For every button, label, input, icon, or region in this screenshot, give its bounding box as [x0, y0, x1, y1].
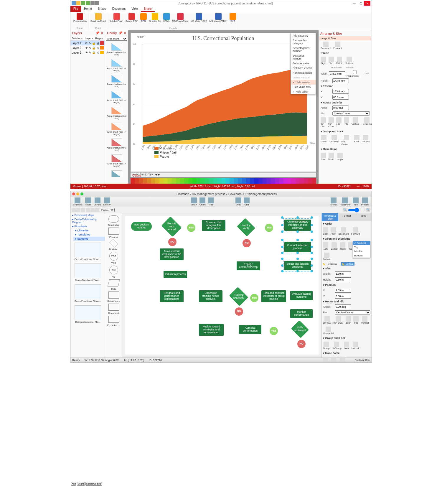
tab-view[interactable]: View [128, 6, 141, 12]
color-swatch[interactable] [242, 178, 246, 184]
qat-redo-icon[interactable] [86, 1, 90, 5]
flowchart-node[interactable]: New position required [131, 222, 152, 231]
menu-item-hide-value-axis[interactable]: Hide value axis [291, 85, 316, 89]
flowchart-node[interactable]: Review reward strategies and remuneratio… [199, 324, 224, 336]
order-backward-button[interactable]: Backward [321, 42, 331, 50]
smart-button[interactable]: Smart [191, 197, 197, 206]
makesame-width-button[interactable]: Width [328, 153, 334, 161]
color-swatch[interactable] [209, 178, 213, 184]
rotate-flip-button[interactable]: Flip [353, 316, 359, 324]
grid-button[interactable]: Grid [244, 197, 250, 206]
layer-row[interactable]: Layer 3👁✎🔒🖨 [70, 50, 105, 55]
presentation-button[interactable]: Presentation [73, 13, 87, 23]
width-input[interactable] [329, 71, 345, 76]
align-top-button[interactable]: Top [348, 242, 353, 250]
align-left-button[interactable]: Left [323, 242, 328, 250]
flowchart-node[interactable]: Select and appoint employee [284, 261, 311, 270]
library-item[interactable]: Area chart (text -> height) [105, 57, 128, 73]
flowchart-node[interactable]: YES [187, 224, 195, 232]
makesame-width-button[interactable]: Width [331, 357, 337, 363]
color-swatch[interactable] [275, 178, 279, 184]
ms-visio-(vsdx)-button[interactable]: MS Visio (VSDX) [209, 13, 228, 23]
color-swatch[interactable] [271, 178, 275, 184]
library-item[interactable]: Area chart (control dots) [105, 73, 128, 89]
color-swatch[interactable] [304, 178, 308, 184]
tab-share[interactable]: Share [141, 6, 155, 12]
color-swatch[interactable] [184, 178, 188, 184]
qat-save-icon[interactable] [76, 1, 80, 5]
color-swatch[interactable] [312, 178, 316, 184]
color-swatch[interactable] [221, 178, 225, 184]
flowchart-node[interactable]: Training required? [229, 287, 248, 306]
info-button[interactable]: Info [353, 197, 359, 206]
library-item[interactable]: Area chart (text -> height) [105, 89, 128, 105]
color-swatches[interactable] [131, 178, 316, 184]
flowchart-node[interactable]: Conduct selection process [284, 242, 311, 252]
tab-home[interactable]: Home [81, 6, 95, 12]
panel-tab-format[interactable]: Format [338, 213, 355, 221]
lock-proportions-checkbox[interactable] [347, 70, 363, 74]
layers-subtab-solutions[interactable]: Solutions [70, 36, 84, 40]
rotate-horizontal-button[interactable]: Horizontal [362, 117, 372, 128]
color-swatch[interactable] [287, 178, 291, 184]
flowchart-node[interactable]: Employ staff? [237, 218, 255, 236]
color-swatch[interactable] [254, 178, 258, 184]
shape-no[interactable]: NONO [105, 266, 122, 278]
pen-tool-icon[interactable] [95, 208, 99, 212]
layers-subtab-layers[interactable]: Layers [84, 36, 94, 40]
y-input[interactable] [332, 95, 349, 100]
graphic-file-button[interactable]: Graphic file [149, 13, 161, 23]
layers-button[interactable]: Layers [94, 197, 101, 206]
zoom-slider[interactable] [348, 208, 366, 213]
group-lock-button[interactable]: Lock [354, 135, 359, 146]
qat-search-icon[interactable] [95, 1, 99, 5]
eps-button[interactable]: EPS [140, 13, 147, 23]
color-swatch[interactable] [155, 178, 159, 184]
y-input[interactable] [335, 294, 351, 299]
color-swatch[interactable] [263, 178, 267, 184]
order-back-button[interactable]: Back [323, 227, 328, 235]
adobe-pdf-button[interactable]: Adobe PDF [125, 13, 138, 23]
rotate-vertical-button[interactable]: Vertical [352, 117, 359, 128]
dist-middle-button[interactable]: Middle [336, 57, 343, 65]
ms-visio-(vdx)-button[interactable]: MS Visio (VDX) [190, 13, 207, 23]
color-swatch[interactable] [279, 178, 283, 184]
pin-icon[interactable]: 📌 ✕ [95, 31, 103, 35]
flowchart-node[interactable]: NO [168, 238, 177, 246]
color-swatch[interactable] [159, 178, 164, 184]
shape-manual-op-[interactable]: Manual op ... [105, 291, 122, 302]
flowchart-node[interactable]: Advertise vacancy internally and/or exte… [284, 220, 311, 231]
send-via-email-button[interactable]: Send via Email [90, 13, 107, 23]
format-button[interactable]: Format [330, 197, 337, 206]
color-swatch[interactable] [192, 178, 197, 184]
group-unlock-button[interactable]: UnLock [362, 135, 370, 146]
qat-new-icon[interactable] [72, 1, 76, 5]
color-swatch[interactable] [283, 178, 287, 184]
library-item[interactable]: Area chart (control dots) [105, 137, 128, 153]
tree-sub-item[interactable]: ▸ Libraries [73, 228, 105, 233]
flowchart-node[interactable]: Undertake training needs analysis [199, 290, 222, 302]
flowchart-node[interactable]: NO [243, 239, 251, 247]
menu-item-add-category[interactable]: Add category [291, 33, 316, 38]
library-button[interactable]: Library [103, 197, 111, 206]
flowchart-canvas[interactable]: New position requiredRecruit new person?… [122, 213, 321, 358]
height-input[interactable] [332, 78, 349, 83]
group-unlock-button[interactable]: UnLock [352, 342, 359, 350]
solution-thumbnail[interactable]: Cross-Functional Flowc... [70, 241, 105, 262]
menu-item-horizontal-labels[interactable]: Horizontal labels [291, 70, 316, 75]
layers-subtab-pages[interactable]: Pages [94, 36, 104, 40]
color-swatch[interactable] [250, 178, 254, 184]
rotate-flip-button[interactable]: Flip [344, 117, 349, 128]
library-item[interactable]: Area chart (control dots) [105, 41, 128, 57]
shape-lib-select[interactable]: Flowc... [100, 208, 115, 212]
dropdown-option[interactable]: Bottom [353, 253, 370, 258]
flowchart-node[interactable]: Plan and conduct individual or group tra… [261, 290, 286, 302]
dist-bottom-button[interactable]: Bottom [345, 57, 353, 65]
menu-item-set-max-value[interactable]: Set max value [291, 61, 316, 66]
group-lock-button[interactable]: Lock [344, 342, 349, 350]
shape-yes[interactable]: YESYES [105, 252, 122, 264]
zoom-out-icon[interactable]: 🔍 [343, 208, 347, 212]
width-input[interactable] [335, 271, 351, 276]
menu-item-remove-last-category[interactable]: Remove last category [291, 38, 316, 46]
text-tool-icon[interactable] [90, 208, 95, 212]
